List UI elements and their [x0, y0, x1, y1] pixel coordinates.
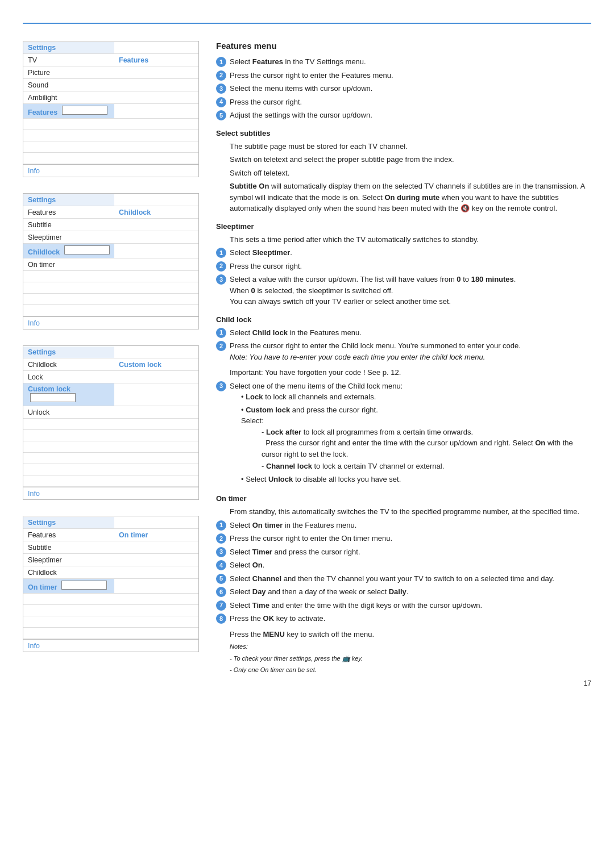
menu3-info-value — [114, 492, 198, 495]
ontimer-note1: - To check your timer settings, press th… — [230, 654, 591, 663]
cl-sub-lockafter: - Lock after to lock all programmes from… — [262, 427, 591, 460]
cl-bullet-customlock: Custom lock and press the cursor right.S… — [241, 404, 591, 472]
menu3-row-lock[interactable]: Lock — [23, 371, 198, 383]
step-num-3: 3 — [216, 84, 226, 94]
menu-box-4: Settings Features On timer Subtitle Slee… — [23, 516, 199, 652]
menu1-ambilight-value — [114, 96, 198, 99]
menu1-tv-label: TV — [23, 55, 114, 66]
menu3-unlock-value — [114, 411, 198, 414]
ot-step-text-5: Select Channel and then the TV channel y… — [230, 573, 591, 585]
step-text-5: Adjust the settings with the cursor up/d… — [230, 110, 591, 121]
step-text-2: Press the cursor right to enter the Feat… — [230, 70, 591, 81]
menu1-info-row[interactable]: Info — [23, 164, 198, 177]
menu4-row-ontimer[interactable]: On timer — [23, 579, 198, 594]
cl-bullet-lock: Lock to lock all channels and externals. — [241, 391, 591, 403]
menu4-info-label: Info — [23, 640, 114, 652]
menu1-sound-label: Sound — [23, 80, 114, 91]
st-step-text-1: Select Sleeptimer. — [230, 247, 591, 258]
step-item: 2Press the cursor right to enter the Fea… — [216, 70, 591, 81]
menu1-blank1 — [23, 119, 198, 130]
menu3-row-unlock[interactable]: Unlock — [23, 406, 198, 419]
features-steps: 1Select Features in the TV Settings menu… — [216, 56, 591, 121]
select-subtitles-title: Select subtitles — [216, 129, 591, 137]
subtitle-para1: The subtitle page must be stored for eac… — [230, 141, 591, 152]
ot-step-num-8: 8 — [216, 614, 226, 624]
menu2-header-value — [114, 198, 198, 202]
top-border — [23, 23, 591, 24]
menu4-blank2 — [23, 605, 198, 616]
menu4-blank1 — [23, 594, 198, 605]
main-layout: Settings TV Features Picture Sound Ambil… — [23, 41, 591, 676]
menu4-features-label: Features — [23, 529, 114, 541]
menu-box-3: Settings Childlock Custom lock Lock Cust… — [23, 345, 199, 500]
ot-step-text-7: Select Time and enter the time with the … — [230, 600, 591, 611]
menu3-info-row[interactable]: Info — [23, 487, 198, 499]
menu3-childlock-value: Custom lock — [114, 359, 198, 370]
step-item: 7Select Time and enter the time with the… — [216, 600, 591, 611]
step-item: 3Select the menu items with cursor up/do… — [216, 83, 591, 94]
menu3-blank1 — [23, 419, 198, 430]
menu2-childlock-input[interactable] — [64, 245, 110, 254]
cl-bullet-unlock: Select Unlock to disable all locks you h… — [241, 474, 591, 485]
ontimer-para1: From standby, this automatically switche… — [230, 506, 591, 518]
menu3-customlock-input[interactable] — [30, 393, 76, 402]
menu1-tv-value: Features — [114, 55, 198, 66]
ot-step-text-4: Select On. — [230, 560, 591, 571]
ot-step-text-1: Select On timer in the Features menu. — [230, 520, 591, 531]
menu3-row-childlock[interactable]: Childlock Custom lock — [23, 358, 198, 371]
ot-step-text-6: Select Day and then a day of the week or… — [230, 586, 591, 598]
menu1-blank3 — [23, 141, 198, 153]
menu2-info-label: Info — [23, 318, 114, 329]
st-step-text-2: Press the cursor right. — [230, 261, 591, 272]
menu4-ontimer-label: On timer — [23, 579, 114, 593]
menu2-row-childlock[interactable]: Childlock — [23, 244, 198, 258]
menu1-row-features[interactable]: Features — [23, 104, 198, 119]
menu4-sleeptimer-label: Sleeptimer — [23, 554, 114, 566]
step-item: 8Press the OK key to activate. — [216, 613, 591, 624]
step-text-1: Select Features in the TV Settings menu. — [230, 56, 591, 68]
menu3-row-customlock[interactable]: Custom lock — [23, 383, 198, 406]
childlock-important: Important: You have forgotten your code … — [230, 367, 591, 378]
menu2-row-ontimer[interactable]: On timer — [23, 258, 198, 271]
step-item: 4Select On. — [216, 560, 591, 571]
menu4-ontimer-input[interactable] — [61, 581, 107, 590]
menu4-row-subtitle[interactable]: Subtitle — [23, 541, 198, 554]
cl-step-text-1: Select Child lock in the Features menu. — [230, 327, 591, 339]
ontimer-press-menu: Press the MENU key to switch off the men… — [230, 629, 591, 640]
ot-step-text-3: Select Timer and press the cursor right. — [230, 546, 591, 558]
menu1-header: Settings — [23, 41, 198, 54]
step-item: 5Select Channel and then the TV channel … — [216, 573, 591, 585]
menu4-row-features[interactable]: Features On timer — [23, 529, 198, 541]
menu2-row-subtitle[interactable]: Subtitle — [23, 219, 198, 231]
step-text-3: Select the menu items with cursor up/dow… — [230, 83, 591, 94]
menu3-blank2 — [23, 430, 198, 441]
menu1-row-picture[interactable]: Picture — [23, 66, 198, 79]
menu1-features-value — [114, 110, 198, 113]
menu4-header: Settings — [23, 516, 198, 529]
menu4-row-sleeptimer[interactable]: Sleeptimer — [23, 554, 198, 566]
menu1-row-ambilight[interactable]: Ambilight — [23, 91, 198, 104]
menu2-childlock-label: Childlock — [23, 244, 114, 258]
menu4-row-childlock[interactable]: Childlock — [23, 566, 198, 579]
menu2-blank4 — [23, 305, 198, 316]
menu4-info-row[interactable]: Info — [23, 639, 198, 652]
st-step-num-1: 1 — [216, 248, 226, 258]
st-step-num-3: 3 — [216, 274, 226, 285]
menu2-info-row[interactable]: Info — [23, 316, 198, 329]
subtitle-para4: Subtitle On will automatically display t… — [230, 181, 591, 214]
menu1-row-tv[interactable]: TV Features — [23, 54, 198, 66]
menu1-picture-label: Picture — [23, 67, 114, 78]
step-item: 3Select a value with the cursor up/down.… — [216, 274, 591, 307]
ot-step-num-1: 1 — [216, 520, 226, 531]
step-item: 6Select Day and then a day of the week o… — [216, 586, 591, 598]
menu2-row-sleeptimer[interactable]: Sleeptimer — [23, 231, 198, 244]
step-num-4: 4 — [216, 97, 226, 107]
menu1-row-sound[interactable]: Sound — [23, 79, 198, 91]
step-item: 1Select On timer in the Features menu. — [216, 520, 591, 531]
ontimer-title: On timer — [216, 494, 591, 503]
menu2-row-features[interactable]: Features Childlock — [23, 206, 198, 219]
menu1-ambilight-label: Ambilight — [23, 92, 114, 103]
menu1-features-input[interactable] — [62, 106, 107, 115]
page-number: 17 — [584, 679, 591, 687]
menu3-unlock-label: Unlock — [23, 407, 114, 418]
